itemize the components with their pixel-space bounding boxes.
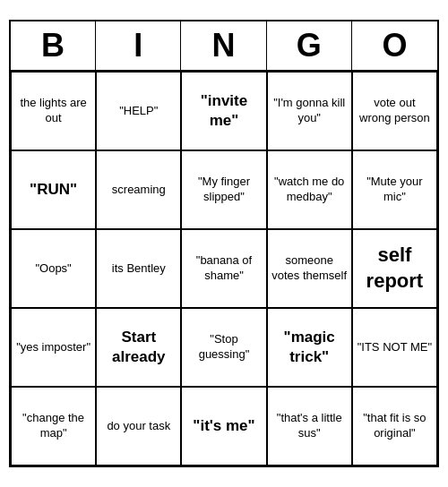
bingo-cell-21: do your task bbox=[96, 387, 181, 466]
bingo-cell-20: "change the map" bbox=[11, 387, 96, 466]
bingo-cell-10: "Oops" bbox=[11, 229, 96, 308]
bingo-cell-13: someone votes themself bbox=[267, 229, 352, 308]
bingo-card: BINGO the lights are out"HELP""invite me… bbox=[9, 20, 439, 467]
bingo-cell-14: self report bbox=[352, 229, 437, 308]
bingo-cell-6: screaming bbox=[96, 150, 181, 229]
bingo-cell-11: its Bentley bbox=[96, 229, 181, 308]
bingo-cell-17: "Stop guessing" bbox=[181, 308, 266, 387]
bingo-cell-22: "it's me" bbox=[181, 387, 266, 466]
bingo-cell-16: Start already bbox=[96, 308, 181, 387]
bingo-cell-9: "Mute your mic" bbox=[352, 150, 437, 229]
bingo-cell-1: "HELP" bbox=[96, 72, 181, 150]
bingo-grid: the lights are out"HELP""invite me""I'm … bbox=[11, 72, 437, 466]
header-letter-I: I bbox=[96, 21, 181, 70]
header-letter-N: N bbox=[181, 21, 266, 70]
bingo-cell-19: "ITS NOT ME" bbox=[352, 308, 437, 387]
header-letter-B: B bbox=[11, 21, 96, 70]
bingo-cell-23: "that's a little sus" bbox=[267, 387, 352, 466]
bingo-cell-5: "RUN" bbox=[11, 150, 96, 229]
bingo-cell-24: "that fit is so original" bbox=[352, 387, 437, 466]
bingo-cell-12: "banana of shame" bbox=[181, 229, 266, 308]
bingo-cell-7: "My finger slipped" bbox=[181, 150, 266, 229]
bingo-header: BINGO bbox=[11, 21, 437, 72]
bingo-cell-4: vote out wrong person bbox=[352, 72, 437, 150]
bingo-cell-3: "I'm gonna kill you" bbox=[267, 72, 352, 150]
bingo-cell-18: "magic trick" bbox=[267, 308, 352, 387]
header-letter-O: O bbox=[352, 21, 437, 70]
bingo-cell-8: "watch me do medbay" bbox=[267, 150, 352, 229]
bingo-cell-15: "yes imposter" bbox=[11, 308, 96, 387]
header-letter-G: G bbox=[267, 21, 352, 70]
bingo-cell-2: "invite me" bbox=[181, 72, 266, 150]
bingo-cell-0: the lights are out bbox=[11, 72, 96, 150]
